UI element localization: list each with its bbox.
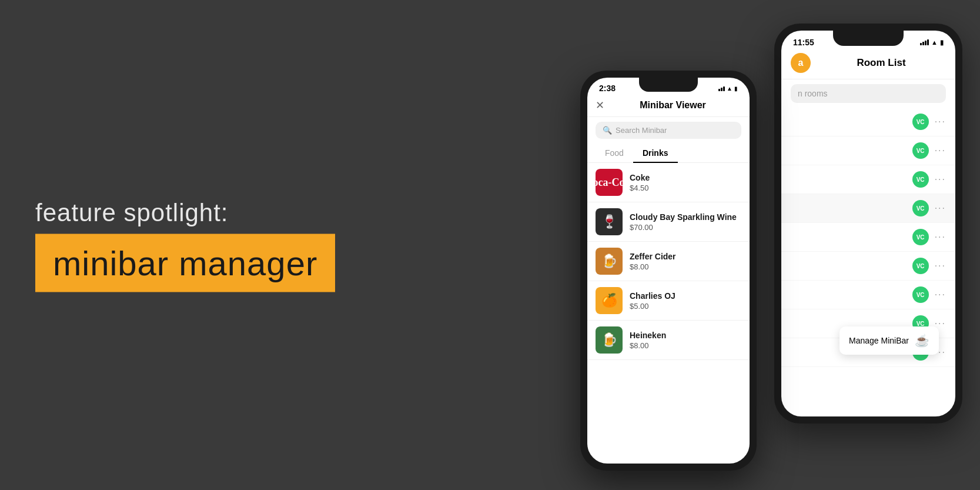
feature-spotlight-label: feature spotlight: [35, 198, 335, 226]
left-content: feature spotlight: minibar manager [35, 198, 335, 292]
beer-name: Heineken [630, 331, 741, 340]
phone-front-screen: 2:38 ▲ ▮ ✕ Minibar Viewer 🔍 [587, 78, 750, 464]
beer-price: $8.00 [630, 341, 741, 350]
coffee-icon: ☕ [915, 334, 929, 348]
dots-icon[interactable]: ··· [935, 174, 946, 185]
dots-icon[interactable]: ··· [935, 289, 946, 300]
close-button[interactable]: ✕ [596, 99, 604, 112]
dots-icon[interactable]: ··· [935, 145, 946, 156]
coke-image: Coca‑Cola [596, 169, 623, 196]
phone-back-screen: 11:55 ▲ ▮ a Room List n rooms [781, 31, 955, 416]
back-notch [833, 31, 904, 46]
oj-info: Charlies OJ $5.00 [630, 291, 741, 311]
dots-icon[interactable]: ··· [935, 261, 946, 271]
cider-price: $8.00 [630, 262, 741, 271]
front-tabs: Food Drinks [587, 144, 750, 163]
vc-badge: VC [912, 114, 929, 130]
cider-info: Zeffer Cider $8.00 [630, 252, 741, 271]
room-list-item[interactable]: VC ··· [781, 281, 955, 309]
room-list-item[interactable]: VC ··· [781, 108, 955, 136]
battery-icon: ▮ [940, 39, 944, 46]
manage-minibar-label: Manage MiniBar [849, 336, 909, 345]
beer-info: Heineken $8.00 [630, 331, 741, 350]
front-search-bar[interactable]: 🔍 Search Minibar [596, 122, 741, 139]
back-header: a Room List [781, 51, 955, 79]
dots-icon[interactable]: ··· [935, 203, 946, 214]
minibar-item-heineken[interactable]: 🍺 Heineken $8.00 [587, 321, 750, 360]
tab-drinks[interactable]: Drinks [633, 144, 678, 162]
vc-badge: VC [912, 200, 929, 216]
front-header: ✕ Minibar Viewer [587, 95, 750, 117]
tab-food[interactable]: Food [596, 144, 633, 162]
wine-name: Cloudy Bay Sparkling Wine [630, 212, 741, 222]
back-status-icons: ▲ ▮ [920, 39, 944, 46]
oj-image: 🍊 [596, 287, 623, 314]
minibar-item-wine[interactable]: 🍷 Cloudy Bay Sparkling Wine $70.00 [587, 202, 750, 242]
room-list-item[interactable]: VC ··· [781, 136, 955, 165]
back-avatar: a [791, 53, 811, 73]
front-notch [639, 78, 698, 92]
room-list-item[interactable]: VC ··· [781, 223, 955, 252]
back-search-input[interactable]: n rooms [791, 84, 946, 103]
front-status-time: 2:38 [599, 84, 616, 93]
room-list-item[interactable]: VC ··· [781, 165, 955, 194]
vc-badge: VC [912, 286, 929, 303]
coke-price: $4.50 [630, 184, 741, 192]
back-screen-title: Room List [817, 57, 946, 69]
front-screen-title: Minibar Viewer [604, 100, 741, 111]
beer-image: 🍺 [596, 326, 623, 354]
front-search-placeholder: Search Minibar [616, 126, 667, 135]
phones-container: 11:55 ▲ ▮ a Room List n rooms [568, 0, 980, 490]
main-title: minibar manager [53, 243, 317, 282]
room-list-item[interactable]: VC ··· [781, 252, 955, 281]
battery-icon: ▮ [734, 85, 738, 92]
vc-badge: VC [912, 258, 929, 274]
phone-back: 11:55 ▲ ▮ a Room List n rooms [774, 24, 962, 424]
coke-info: Coke $4.50 [630, 173, 741, 192]
wifi-icon: ▲ [931, 39, 938, 46]
room-list-item-highlighted[interactable]: VC ··· [781, 194, 955, 223]
coke-name: Coke [630, 173, 741, 182]
wine-price: $70.00 [630, 223, 741, 232]
back-status-time: 11:55 [793, 38, 814, 47]
wifi-icon: ▲ [727, 85, 733, 92]
oj-price: $5.00 [630, 302, 741, 311]
dots-icon[interactable]: ··· [935, 232, 946, 242]
minibar-items-list: Coca‑Cola Coke $4.50 🍷 Cloudy Bay Sparkl… [587, 163, 750, 360]
vc-badge: VC [912, 142, 929, 159]
search-icon: 🔍 [603, 126, 612, 135]
minibar-item-oj[interactable]: 🍊 Charlies OJ $5.00 [587, 281, 750, 321]
wine-info: Cloudy Bay Sparkling Wine $70.00 [630, 212, 741, 232]
cider-name: Zeffer Cider [630, 252, 741, 261]
phone-front: 2:38 ▲ ▮ ✕ Minibar Viewer 🔍 [580, 71, 757, 471]
minibar-item-cider[interactable]: 🍺 Zeffer Cider $8.00 [587, 242, 750, 281]
dots-icon[interactable]: ··· [935, 116, 946, 127]
title-box: minibar manager [35, 234, 335, 292]
cider-image: 🍺 [596, 248, 623, 275]
vc-badge: VC [912, 229, 929, 245]
minibar-item-coke[interactable]: Coca‑Cola Coke $4.50 [587, 163, 750, 202]
oj-name: Charlies OJ [630, 291, 741, 301]
signal-icon [718, 85, 725, 91]
vc-badge: VC [912, 171, 929, 188]
manage-minibar-tooltip[interactable]: Manage MiniBar ☕ [839, 326, 939, 355]
wine-image: 🍷 [596, 208, 623, 235]
front-status-icons: ▲ ▮ [718, 85, 738, 92]
signal-icon [920, 39, 929, 45]
